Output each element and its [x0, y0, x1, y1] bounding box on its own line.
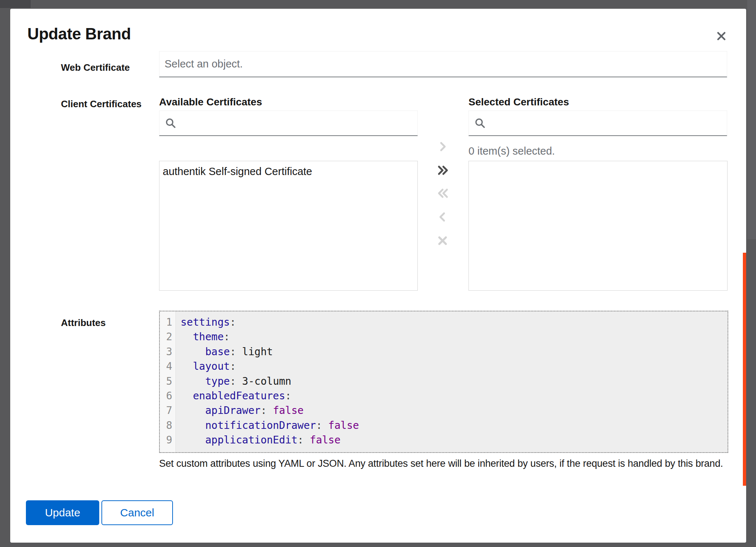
- close-button[interactable]: [711, 26, 732, 46]
- web-certificate-select[interactable]: [159, 51, 727, 77]
- backdrop-page-fragment: [0, 0, 31, 8]
- angle-double-left-icon: [435, 185, 451, 201]
- attributes-code-editor[interactable]: 123456789 settings: theme: base: light l…: [159, 311, 728, 453]
- page-title: Update Brand: [27, 25, 131, 43]
- available-search-input[interactable]: [181, 110, 417, 136]
- attributes-help-text: Set custom attributes using YAML or JSON…: [159, 458, 728, 469]
- code-content[interactable]: settings: theme: base: light layout: typ…: [176, 311, 728, 452]
- selected-certificates-heading: Selected Certificates: [468, 96, 569, 108]
- available-certificates-list[interactable]: authentik Self-signed Certificate: [159, 161, 418, 291]
- screen: { "modal": { "title": "Update Brand", "c…: [0, 0, 756, 547]
- search-icon: [474, 117, 486, 129]
- selected-count-status: 0 item(s) selected.: [468, 145, 555, 157]
- selected-search-input[interactable]: [491, 110, 727, 136]
- selected-certificates-list[interactable]: [468, 161, 728, 291]
- angle-right-icon: [435, 139, 451, 155]
- selected-search: [468, 110, 727, 136]
- remove-all-button[interactable]: [435, 185, 451, 201]
- list-item-certificate[interactable]: authentik Self-signed Certificate: [159, 161, 417, 181]
- modal-scrollbar-thumb[interactable]: [743, 253, 746, 486]
- add-all-button[interactable]: [435, 162, 451, 178]
- web-certificate-label: Web Certificate: [61, 62, 130, 73]
- update-brand-modal: Update Brand Web Certificate Client Cert…: [10, 9, 746, 543]
- code-gutter: 123456789: [160, 311, 176, 452]
- cross-icon: [435, 233, 451, 249]
- cancel-button[interactable]: Cancel: [101, 500, 173, 525]
- client-certificates-label: Client Certificates: [61, 98, 142, 110]
- angle-double-right-icon: [435, 162, 451, 178]
- available-search: [159, 110, 418, 136]
- search-icon: [165, 117, 177, 129]
- clear-button[interactable]: [435, 233, 451, 249]
- attributes-label: Attributes: [61, 317, 106, 329]
- remove-selected-button[interactable]: [435, 209, 451, 225]
- close-icon: [715, 30, 728, 42]
- backdrop-page-fragment-right: [747, 0, 756, 239]
- update-button[interactable]: Update: [26, 500, 99, 525]
- available-certificates-heading: Available Certificates: [159, 96, 262, 108]
- add-selected-button[interactable]: [435, 139, 451, 155]
- angle-left-icon: [435, 209, 451, 225]
